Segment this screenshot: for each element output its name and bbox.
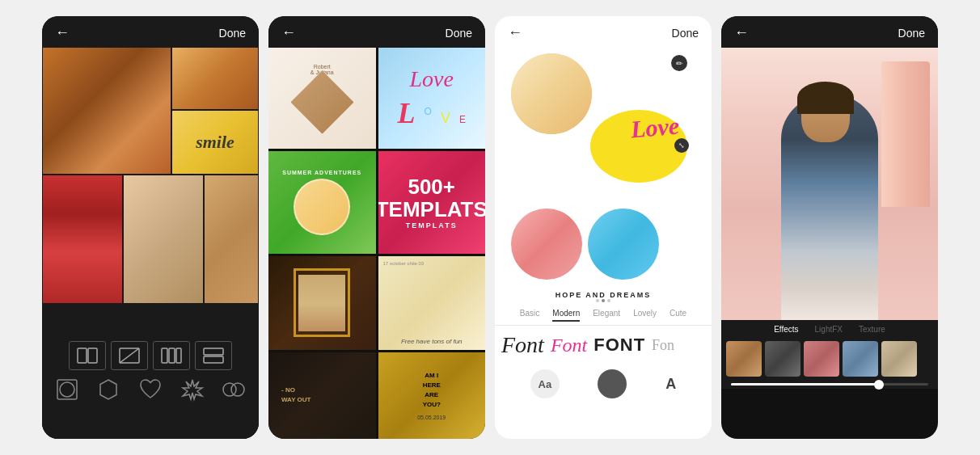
screen4-content: Effects LightFX Texture bbox=[721, 45, 938, 439]
templates-grid: Robert& Juliana Love L O V E bbox=[268, 45, 485, 439]
screen2-content: Robert& Juliana Love L O V E bbox=[268, 45, 485, 439]
font-tab-basic[interactable]: Basic bbox=[520, 309, 539, 322]
screen2-templates: ← Done Robert& Juliana Love bbox=[268, 16, 485, 439]
screen3-content: Love ✏ ⤡ HOPE AND DREAMS Basic Modern El… bbox=[495, 45, 712, 439]
tmpl6-date: 17 october chile 03 bbox=[383, 261, 481, 266]
screen1-content: smile bbox=[42, 45, 259, 439]
screen4-back-icon[interactable]: ← bbox=[734, 24, 749, 41]
slider-fill bbox=[731, 383, 879, 385]
photo-circle-girl bbox=[511, 209, 582, 280]
screen3-back-icon[interactable]: ← bbox=[508, 24, 522, 41]
shape-double-circle-button[interactable] bbox=[215, 375, 252, 404]
tmpl4-label: TEMPLATS bbox=[406, 221, 458, 230]
svg-rect-1 bbox=[88, 348, 97, 363]
template-summer[interactable]: SUMMER ADVENTURES bbox=[268, 151, 376, 255]
template-love-hearts[interactable]: Love L O V E bbox=[378, 45, 486, 149]
font-sample-bold: FONT bbox=[593, 335, 645, 356]
font-option-light[interactable]: Fon bbox=[652, 337, 674, 354]
tmpl7-quote: - NOWAY OUT bbox=[281, 385, 310, 405]
effect-tab-lightfx[interactable]: LightFX bbox=[815, 325, 843, 334]
effect-thumb-4[interactable] bbox=[843, 341, 878, 377]
svg-point-10 bbox=[60, 382, 74, 397]
resize-tool-icon[interactable]: ⤡ bbox=[674, 138, 689, 153]
effect-intensity-slider[interactable] bbox=[721, 380, 938, 389]
svg-rect-7 bbox=[204, 348, 223, 355]
screen4-header: ← Done bbox=[721, 16, 938, 48]
template-couple-diamond[interactable]: Robert& Juliana bbox=[268, 45, 376, 149]
layout-3split-button[interactable] bbox=[153, 341, 190, 370]
collage-photo-4 bbox=[42, 175, 123, 304]
screen1-header: ← Done bbox=[42, 16, 259, 48]
layout-diagonal-button[interactable] bbox=[111, 341, 148, 370]
layout-4split-button[interactable] bbox=[195, 341, 232, 370]
effect-thumb-1[interactable] bbox=[726, 341, 762, 377]
collage-photo-6 bbox=[204, 175, 259, 304]
font-tab-cute[interactable]: Cute bbox=[670, 309, 686, 322]
svg-line-3 bbox=[120, 348, 139, 363]
svg-marker-11 bbox=[100, 380, 116, 399]
effect-thumb-5[interactable] bbox=[881, 341, 917, 377]
effect-tab-texture[interactable]: Texture bbox=[859, 325, 885, 334]
text-style-button[interactable]: A bbox=[665, 376, 676, 393]
collage-canvas[interactable]: smile bbox=[42, 45, 259, 304]
text-size-button[interactable]: Aa bbox=[530, 369, 560, 398]
collage-photo-3: smile bbox=[171, 110, 259, 175]
effect-tabs-row: Effects LightFX Texture bbox=[721, 320, 938, 338]
template-500plus[interactable]: 500+ TEMPLATS TEMPLATS bbox=[378, 151, 486, 255]
tmpl8-date: 05.05.2019 bbox=[417, 415, 446, 420]
effect-thumb-3[interactable] bbox=[804, 341, 839, 377]
screen1-back-icon[interactable]: ← bbox=[55, 24, 70, 41]
screen1-collage: ← Done smile bbox=[42, 16, 259, 439]
template-dark-quote[interactable]: - NOWAY OUT bbox=[268, 352, 376, 440]
effect-thumb-2[interactable] bbox=[765, 341, 800, 377]
tmpl3-label: SUMMER ADVENTURES bbox=[282, 170, 361, 175]
tmpl8-text: AM IHEREAREYOU? bbox=[423, 371, 441, 410]
smile-text: smile bbox=[196, 132, 234, 153]
screen1-done-button[interactable]: Done bbox=[219, 27, 246, 40]
font-tools-row: Aa A bbox=[495, 364, 712, 403]
scroll-dot-3 bbox=[607, 299, 610, 302]
effect-tab-effects[interactable]: Effects bbox=[774, 325, 798, 334]
layout-2split-button[interactable] bbox=[69, 341, 106, 370]
font-option-bold[interactable]: FONT bbox=[593, 335, 645, 356]
shape-hexagon-button[interactable] bbox=[91, 375, 128, 404]
font-tab-lovely[interactable]: Lovely bbox=[633, 309, 657, 322]
screen4-effects: ← Done Effects bbox=[721, 16, 938, 439]
template-food-fun[interactable]: 17 october chile 03 Free have tons of fu… bbox=[378, 256, 486, 350]
shape-heart-button[interactable] bbox=[132, 375, 169, 404]
svg-rect-8 bbox=[204, 356, 223, 363]
pencil-tool-icon[interactable]: ✏ bbox=[671, 55, 687, 71]
font-option-script[interactable]: Font bbox=[551, 335, 587, 356]
template-golden-frame[interactable] bbox=[268, 256, 376, 350]
love-text-element[interactable]: Love bbox=[630, 112, 681, 143]
font-tab-elegant[interactable]: Elegant bbox=[593, 309, 620, 322]
scroll-dot-1 bbox=[596, 299, 599, 302]
screen4-done-button[interactable]: Done bbox=[898, 27, 925, 40]
shape-burst-button[interactable] bbox=[174, 375, 211, 404]
template-are-you[interactable]: AM IHEREAREYOU? 05.05.2019 bbox=[378, 352, 486, 440]
screen2-back-icon[interactable]: ← bbox=[281, 24, 296, 41]
font-tab-modern[interactable]: Modern bbox=[552, 309, 580, 322]
collage-photo-1 bbox=[42, 45, 171, 175]
screen3-header: ← Done bbox=[495, 16, 712, 48]
tmpl4-number: 500+ TEMPLATS bbox=[378, 175, 486, 221]
girl-figure bbox=[757, 78, 902, 320]
tmpl2-letter: L O V E bbox=[397, 95, 466, 128]
effect-thumbnails bbox=[721, 338, 938, 380]
slider-thumb[interactable] bbox=[874, 380, 884, 390]
screen3-font-editor: ← Done Love ✏ ⤡ HOPE AND DREAMS bbox=[495, 16, 712, 439]
tmpl6-tagline: Free have tons of fun bbox=[383, 338, 481, 345]
font-option-serif[interactable]: Font bbox=[501, 332, 544, 358]
tmpl2-love-text: Love bbox=[410, 66, 454, 92]
canvas-title-text: HOPE AND DREAMS bbox=[495, 291, 712, 299]
font-sample-serif: Font bbox=[501, 332, 544, 358]
shape-circle-button[interactable] bbox=[49, 375, 86, 404]
design-canvas[interactable]: Love ✏ ⤡ HOPE AND DREAMS bbox=[495, 45, 712, 304]
collage-photo-2 bbox=[171, 45, 259, 110]
photo-circle-beach bbox=[588, 209, 659, 280]
screen2-done-button[interactable]: Done bbox=[446, 27, 472, 40]
screen3-done-button[interactable]: Done bbox=[672, 27, 699, 40]
text-color-button[interactable] bbox=[598, 369, 627, 398]
svg-rect-0 bbox=[78, 348, 87, 363]
golden-frame bbox=[294, 268, 350, 337]
